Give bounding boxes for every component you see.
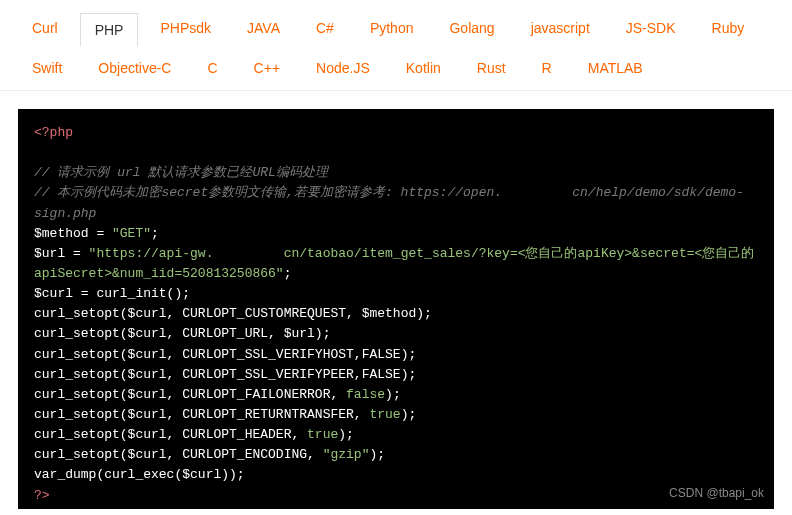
code-line: $curl = curl_init();	[34, 284, 758, 304]
tab-java[interactable]: JAVA	[233, 12, 294, 46]
code-line: $method = "GET";	[34, 224, 758, 244]
tab-rust[interactable]: Rust	[463, 52, 520, 84]
tab-r[interactable]: R	[528, 52, 566, 84]
php-open-tag: <?php	[34, 125, 73, 140]
tab-python[interactable]: Python	[356, 12, 428, 46]
code-line: curl_setopt($curl, CURLOPT_SSL_VERIFYPEE…	[34, 365, 758, 385]
code-line: curl_setopt($curl, CURLOPT_HEADER, true)…	[34, 425, 758, 445]
tab-c[interactable]: C	[193, 52, 231, 84]
code-line: curl_setopt($curl, CURLOPT_SSL_VERIFYHOS…	[34, 345, 758, 365]
tab-kotlin[interactable]: Kotlin	[392, 52, 455, 84]
tab-objc[interactable]: Objective-C	[84, 52, 185, 84]
tab-golang[interactable]: Golang	[435, 12, 508, 46]
tab-csharp[interactable]: C#	[302, 12, 348, 46]
tab-matlab[interactable]: MATLAB	[574, 52, 657, 84]
code-block: <?php // 请求示例 url 默认请求参数已经URL编码处理 // 本示例…	[18, 109, 774, 509]
tab-javascript[interactable]: javascript	[517, 12, 604, 46]
code-line: curl_setopt($curl, CURLOPT_CUSTOMREQUEST…	[34, 304, 758, 324]
php-close-tag: ?>	[34, 488, 50, 503]
tab-swift[interactable]: Swift	[18, 52, 76, 84]
code-line: $url = "https://api-gw.xxxxxxxxxcn/taoba…	[34, 244, 758, 284]
tab-ruby[interactable]: Ruby	[698, 12, 759, 46]
code-line: curl_setopt($curl, CURLOPT_ENCODING, "gz…	[34, 445, 758, 465]
code-line: var_dump(curl_exec($curl));	[34, 465, 758, 485]
code-line: curl_setopt($curl, CURLOPT_RETURNTRANSFE…	[34, 405, 758, 425]
tab-jssdk[interactable]: JS-SDK	[612, 12, 690, 46]
tab-php[interactable]: PHP	[80, 13, 139, 47]
watermark: CSDN @tbapi_ok	[669, 484, 764, 503]
tab-cpp[interactable]: C++	[240, 52, 294, 84]
language-tabs: Curl PHP PHPsdk JAVA C# Python Golang ja…	[0, 0, 792, 91]
tab-nodejs[interactable]: Node.JS	[302, 52, 384, 84]
code-line: curl_setopt($curl, CURLOPT_URL, $url);	[34, 324, 758, 344]
comment-line: // 本示例代码未加密secret参数明文传输,若要加密请参考: https:/…	[34, 183, 758, 223]
tab-curl[interactable]: Curl	[18, 12, 72, 46]
code-line: curl_setopt($curl, CURLOPT_FAILONERROR, …	[34, 385, 758, 405]
comment-line: // 请求示例 url 默认请求参数已经URL编码处理	[34, 163, 758, 183]
tab-phpsdk[interactable]: PHPsdk	[146, 12, 225, 46]
